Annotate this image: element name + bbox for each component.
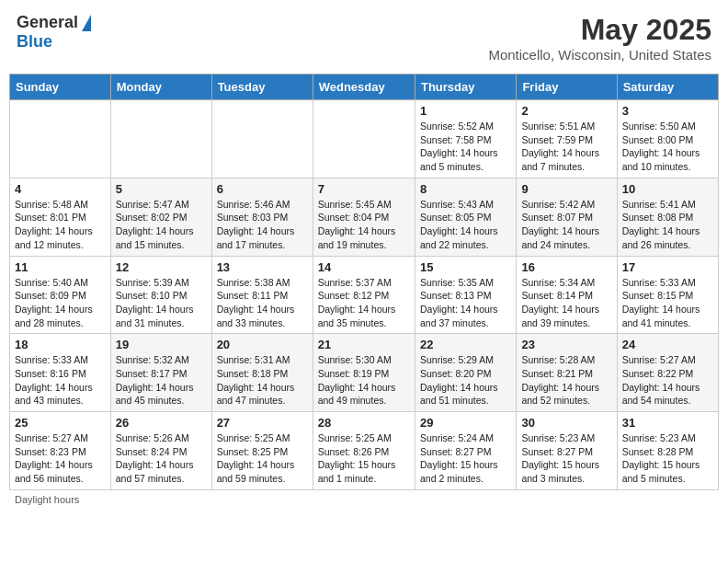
calendar-cell: 24Sunrise: 5:27 AM Sunset: 8:22 PM Dayli… (617, 334, 718, 412)
subtitle: Monticello, Wisconsin, United States (488, 47, 711, 63)
logo-blue-text: Blue (17, 32, 52, 52)
day-number: 8 (420, 182, 511, 196)
calendar-cell (313, 100, 415, 178)
day-info: Sunrise: 5:33 AM Sunset: 8:16 PM Dayligh… (15, 353, 106, 408)
weekday-header-tuesday: Tuesday (211, 75, 313, 100)
day-number: 10 (622, 182, 713, 196)
day-info: Sunrise: 5:33 AM Sunset: 8:15 PM Dayligh… (622, 276, 713, 330)
day-number: 29 (420, 416, 511, 430)
calendar-cell: 29Sunrise: 5:24 AM Sunset: 8:27 PM Dayli… (415, 412, 516, 490)
day-number: 16 (521, 260, 611, 274)
day-number: 2 (521, 104, 611, 118)
day-info: Sunrise: 5:24 AM Sunset: 8:27 PM Dayligh… (420, 431, 511, 486)
day-number: 14 (318, 260, 410, 274)
calendar-cell: 13Sunrise: 5:38 AM Sunset: 8:11 PM Dayli… (211, 256, 313, 334)
calendar-cell: 8Sunrise: 5:43 AM Sunset: 8:05 PM Daylig… (415, 178, 516, 256)
calendar-cell: 6Sunrise: 5:46 AM Sunset: 8:03 PM Daylig… (211, 178, 313, 256)
logo-general-text: General (17, 13, 78, 32)
day-number: 3 (622, 104, 713, 118)
day-info: Sunrise: 5:27 AM Sunset: 8:23 PM Dayligh… (15, 431, 106, 486)
day-number: 1 (420, 104, 511, 118)
day-info: Sunrise: 5:47 AM Sunset: 8:02 PM Dayligh… (116, 198, 207, 252)
day-number: 30 (521, 416, 611, 430)
day-info: Sunrise: 5:23 AM Sunset: 8:27 PM Dayligh… (521, 431, 611, 486)
calendar-cell: 28Sunrise: 5:25 AM Sunset: 8:26 PM Dayli… (313, 412, 415, 490)
footer-daylight: Daylight hours (9, 494, 719, 505)
day-info: Sunrise: 5:41 AM Sunset: 8:08 PM Dayligh… (622, 198, 713, 252)
logo: General Blue (17, 13, 91, 52)
weekday-header-row: SundayMondayTuesdayWednesdayThursdayFrid… (10, 75, 719, 100)
day-number: 7 (318, 182, 410, 196)
day-number: 17 (622, 260, 713, 274)
calendar-week-2: 4Sunrise: 5:48 AM Sunset: 8:01 PM Daylig… (10, 178, 719, 256)
day-number: 11 (15, 260, 106, 274)
calendar-week-3: 11Sunrise: 5:40 AM Sunset: 8:09 PM Dayli… (10, 256, 719, 334)
page-header: General Blue May 2025 Monticello, Wiscon… (9, 9, 719, 66)
day-info: Sunrise: 5:27 AM Sunset: 8:22 PM Dayligh… (622, 353, 713, 408)
day-info: Sunrise: 5:50 AM Sunset: 8:00 PM Dayligh… (622, 120, 713, 174)
weekday-header-saturday: Saturday (617, 75, 718, 100)
day-number: 18 (15, 338, 106, 351)
day-number: 24 (622, 338, 713, 351)
calendar-cell: 25Sunrise: 5:27 AM Sunset: 8:23 PM Dayli… (10, 412, 111, 490)
calendar-cell: 12Sunrise: 5:39 AM Sunset: 8:10 PM Dayli… (110, 256, 211, 334)
day-number: 19 (116, 338, 207, 351)
day-number: 12 (116, 260, 207, 274)
calendar-cell: 31Sunrise: 5:23 AM Sunset: 8:28 PM Dayli… (617, 412, 718, 490)
calendar-cell: 7Sunrise: 5:45 AM Sunset: 8:04 PM Daylig… (313, 178, 415, 256)
day-info: Sunrise: 5:52 AM Sunset: 7:58 PM Dayligh… (420, 120, 511, 174)
weekday-header-wednesday: Wednesday (313, 75, 415, 100)
calendar-cell: 10Sunrise: 5:41 AM Sunset: 8:08 PM Dayli… (617, 178, 718, 256)
calendar-cell: 1Sunrise: 5:52 AM Sunset: 7:58 PM Daylig… (415, 100, 516, 178)
logo-triangle-icon (82, 15, 91, 31)
calendar-cell: 17Sunrise: 5:33 AM Sunset: 8:15 PM Dayli… (617, 256, 718, 334)
calendar-cell: 20Sunrise: 5:31 AM Sunset: 8:18 PM Dayli… (211, 334, 313, 412)
calendar-cell: 14Sunrise: 5:37 AM Sunset: 8:12 PM Dayli… (313, 256, 415, 334)
calendar-cell: 3Sunrise: 5:50 AM Sunset: 8:00 PM Daylig… (617, 100, 718, 178)
calendar-cell: 30Sunrise: 5:23 AM Sunset: 8:27 PM Dayli… (517, 412, 617, 490)
calendar-cell: 4Sunrise: 5:48 AM Sunset: 8:01 PM Daylig… (10, 178, 111, 256)
day-number: 6 (217, 182, 308, 196)
calendar-cell: 23Sunrise: 5:28 AM Sunset: 8:21 PM Dayli… (517, 334, 617, 412)
day-number: 28 (318, 416, 410, 430)
day-info: Sunrise: 5:45 AM Sunset: 8:04 PM Dayligh… (318, 198, 410, 252)
main-title: May 2025 (488, 13, 711, 47)
day-number: 13 (217, 260, 308, 274)
calendar-cell: 15Sunrise: 5:35 AM Sunset: 8:13 PM Dayli… (415, 256, 516, 334)
day-info: Sunrise: 5:32 AM Sunset: 8:17 PM Dayligh… (116, 353, 207, 408)
calendar-cell: 5Sunrise: 5:47 AM Sunset: 8:02 PM Daylig… (110, 178, 211, 256)
calendar-cell: 19Sunrise: 5:32 AM Sunset: 8:17 PM Dayli… (110, 334, 211, 412)
day-info: Sunrise: 5:23 AM Sunset: 8:28 PM Dayligh… (622, 431, 713, 486)
day-info: Sunrise: 5:48 AM Sunset: 8:01 PM Dayligh… (15, 198, 106, 252)
day-number: 22 (420, 338, 511, 351)
day-info: Sunrise: 5:39 AM Sunset: 8:10 PM Dayligh… (116, 276, 207, 330)
calendar-cell: 27Sunrise: 5:25 AM Sunset: 8:25 PM Dayli… (211, 412, 313, 490)
day-number: 15 (420, 260, 511, 274)
calendar-cell (10, 100, 111, 178)
day-info: Sunrise: 5:35 AM Sunset: 8:13 PM Dayligh… (420, 276, 511, 330)
weekday-header-friday: Friday (517, 75, 617, 100)
calendar-week-4: 18Sunrise: 5:33 AM Sunset: 8:16 PM Dayli… (10, 334, 719, 412)
day-number: 4 (15, 182, 106, 196)
day-info: Sunrise: 5:37 AM Sunset: 8:12 PM Dayligh… (318, 276, 410, 330)
calendar-cell (110, 100, 211, 178)
day-info: Sunrise: 5:42 AM Sunset: 8:07 PM Dayligh… (521, 198, 611, 252)
day-info: Sunrise: 5:26 AM Sunset: 8:24 PM Dayligh… (116, 431, 207, 486)
day-number: 26 (116, 416, 207, 430)
day-info: Sunrise: 5:25 AM Sunset: 8:25 PM Dayligh… (217, 431, 308, 486)
weekday-header-thursday: Thursday (415, 75, 516, 100)
day-number: 25 (15, 416, 106, 430)
day-info: Sunrise: 5:34 AM Sunset: 8:14 PM Dayligh… (521, 276, 611, 330)
calendar-cell: 9Sunrise: 5:42 AM Sunset: 8:07 PM Daylig… (517, 178, 617, 256)
calendar-cell: 2Sunrise: 5:51 AM Sunset: 7:59 PM Daylig… (517, 100, 617, 178)
day-info: Sunrise: 5:30 AM Sunset: 8:19 PM Dayligh… (318, 353, 410, 408)
day-number: 5 (116, 182, 207, 196)
calendar-cell: 21Sunrise: 5:30 AM Sunset: 8:19 PM Dayli… (313, 334, 415, 412)
day-info: Sunrise: 5:25 AM Sunset: 8:26 PM Dayligh… (318, 431, 410, 486)
day-info: Sunrise: 5:46 AM Sunset: 8:03 PM Dayligh… (217, 198, 308, 252)
calendar-cell: 22Sunrise: 5:29 AM Sunset: 8:20 PM Dayli… (415, 334, 516, 412)
day-info: Sunrise: 5:51 AM Sunset: 7:59 PM Dayligh… (521, 120, 611, 174)
title-section: May 2025 Monticello, Wisconsin, United S… (488, 13, 711, 63)
calendar-cell (211, 100, 313, 178)
day-info: Sunrise: 5:38 AM Sunset: 8:11 PM Dayligh… (217, 276, 308, 330)
